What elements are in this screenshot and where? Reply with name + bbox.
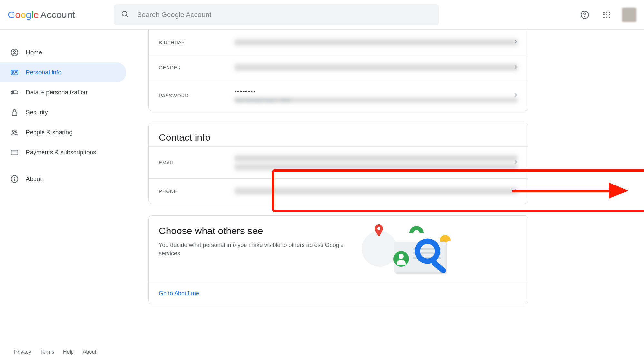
svg-line-1 [126,15,128,17]
svg-point-7 [603,14,605,15]
gender-value: Female [235,64,518,71]
id-card-icon [10,68,19,77]
sidebar-divider [0,166,126,166]
chevron-right-icon [513,187,519,195]
sidebar-item-label: Home [26,49,42,56]
logo-suffix: Account [40,9,75,20]
chevron-right-icon [513,92,519,99]
people-icon [10,128,19,137]
email-label: EMAIL [159,160,235,165]
chevron-right-icon [513,159,519,166]
sidebar-item-personal-info[interactable]: Personal info [0,62,126,82]
svg-point-6 [609,12,610,13]
header: Google Account [0,0,644,30]
search-icon [121,10,129,20]
row-phone[interactable]: PHONE +1 000 000 0000 [149,178,528,204]
basic-info-card: BIRTHDAY August 00, 0000 GENDER Female P… [148,30,528,111]
sidebar: Home Personal info Data & personalizatio… [0,30,126,360]
search-input[interactable] [137,11,432,19]
row-gender[interactable]: GENDER Female [149,55,528,80]
birthday-label: BIRTHDAY [159,40,235,45]
svg-rect-15 [11,70,18,75]
row-password[interactable]: PASSWORD •••••••• Last changed Aug 0, 00… [149,80,528,111]
sidebar-item-people[interactable]: People & sharing [0,122,126,142]
svg-point-16 [13,71,14,73]
apps-icon[interactable] [600,8,613,21]
about-me-link[interactable]: Go to About me [159,290,199,297]
svg-rect-31 [431,259,447,274]
svg-point-11 [606,17,607,18]
chevron-right-icon [513,38,519,46]
home-icon [10,48,19,57]
choose-title: Choose what others see [159,225,346,236]
password-label: PASSWORD [159,93,235,98]
avatar[interactable] [622,8,636,22]
phone-value: +1 000 000 0000 [235,188,518,194]
chevron-right-icon [513,64,519,71]
sidebar-item-payments[interactable]: Payments & subscriptions [0,142,126,162]
email-value-1: example@example.com [235,155,518,162]
sidebar-item-label: Personal info [26,69,62,76]
sidebar-item-security[interactable]: Security [0,102,126,122]
svg-point-14 [14,51,16,53]
password-value: •••••••• [235,89,518,95]
svg-point-20 [12,91,14,94]
annotation-arrow [512,188,631,194]
svg-point-23 [15,131,17,132]
sidebar-item-label: Security [26,109,48,116]
logo[interactable]: Google Account [8,9,75,20]
phone-label: PHONE [159,188,235,194]
toggle-icon [10,88,19,97]
svg-point-8 [606,14,607,15]
footer-help[interactable]: Help [63,349,74,355]
svg-point-4 [603,12,605,13]
sidebar-item-label: Payments & subscriptions [26,149,96,156]
lock-icon [10,108,19,117]
svg-point-9 [609,14,610,15]
row-birthday[interactable]: BIRTHDAY August 00, 0000 [149,30,528,55]
svg-point-10 [603,17,605,18]
svg-point-22 [13,130,15,133]
footer-about[interactable]: About [83,349,96,355]
footer: Privacy Terms Help About [14,349,96,355]
gender-label: GENDER [159,65,235,70]
svg-point-30 [418,241,437,261]
svg-rect-21 [12,112,17,116]
sidebar-item-label: Data & personalization [26,89,87,96]
birthday-value: August 00, 0000 [235,39,518,46]
choose-link-row: Go to About me [149,283,528,304]
password-sub: Last changed Aug 0, 0000 [235,97,518,103]
row-email[interactable]: EMAIL example@example.com example-alt@ex… [149,146,528,178]
svg-point-29 [377,227,380,230]
sidebar-item-home[interactable]: Home [0,43,126,62]
card-icon [10,148,19,156]
svg-point-3 [584,16,585,17]
svg-point-12 [609,17,610,18]
svg-point-28 [14,177,15,178]
sidebar-item-about[interactable]: About [0,169,126,189]
sidebar-item-label: People & sharing [26,129,72,136]
search-bar[interactable] [114,4,439,25]
contact-info-card: Contact info EMAIL example@example.com e… [148,123,528,204]
header-actions [578,8,636,22]
footer-terms[interactable]: Terms [40,349,54,355]
contact-title: Contact info [149,123,528,146]
email-value-2: example-alt@example.com [235,164,518,170]
sidebar-item-label: About [26,175,42,183]
footer-privacy[interactable]: Privacy [14,349,31,355]
body: Home Personal info Data & personalizatio… [0,30,644,360]
choose-illustration [359,225,518,274]
svg-point-5 [606,12,607,13]
choose-card: Choose what others see You decide what p… [148,215,528,304]
svg-rect-24 [11,150,18,155]
info-icon [10,175,19,183]
sidebar-item-data[interactable]: Data & personalization [0,82,126,102]
main: BIRTHDAY August 00, 0000 GENDER Female P… [126,30,644,360]
help-icon[interactable] [578,8,591,21]
choose-desc: You decide what personal info you make v… [159,241,346,258]
svg-point-0 [122,11,127,16]
